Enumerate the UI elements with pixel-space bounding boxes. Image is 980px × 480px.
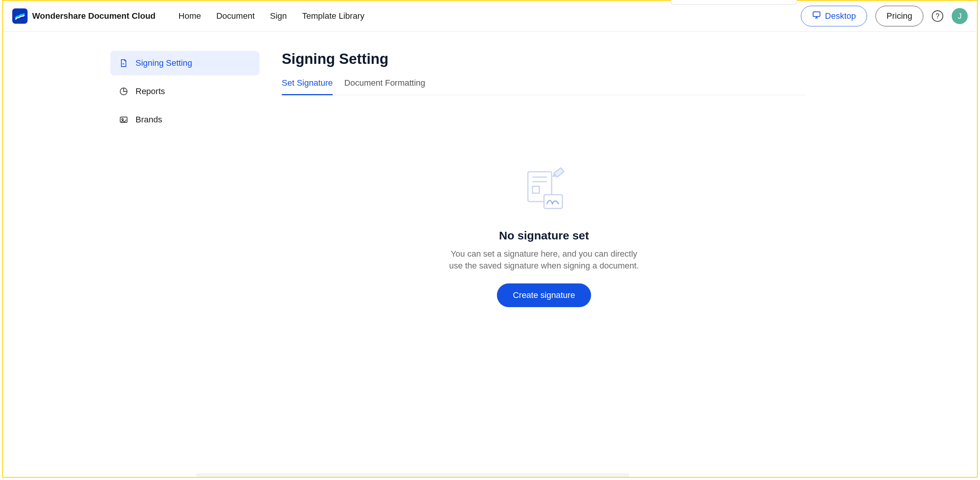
tab-document-formatting[interactable]: Document Formatting bbox=[344, 78, 425, 95]
sidebar-item-signing-setting[interactable]: Signing Setting bbox=[110, 51, 260, 75]
sidebar-item-reports[interactable]: Reports bbox=[110, 79, 260, 104]
app-body: Signing Setting Reports bbox=[3, 32, 977, 477]
signature-icon bbox=[119, 58, 129, 68]
brand[interactable]: Wondershare Document Cloud bbox=[12, 8, 155, 24]
nav-item-template-library[interactable]: Template Library bbox=[302, 11, 364, 21]
desktop-button-label: Desktop bbox=[825, 11, 856, 21]
sidebar-item-brands[interactable]: Brands bbox=[110, 107, 260, 132]
nav-item-document[interactable]: Document bbox=[216, 11, 255, 21]
empty-state: No signature set You can set a signature… bbox=[282, 164, 806, 307]
main-nav: Home Document Sign Template Library bbox=[178, 11, 364, 21]
sidebar-item-label: Signing Setting bbox=[136, 58, 192, 68]
empty-state-description: You can set a signature here, and you ca… bbox=[444, 248, 644, 272]
avatar[interactable]: J bbox=[952, 8, 968, 24]
pricing-button-label: Pricing bbox=[887, 11, 912, 21]
brand-logo-icon bbox=[12, 8, 28, 24]
settings-sidebar: Signing Setting Reports bbox=[3, 51, 282, 477]
bottom-bar-stub bbox=[196, 473, 629, 477]
monitor-icon bbox=[812, 10, 821, 22]
reports-icon bbox=[119, 86, 129, 96]
header-actions: Desktop Pricing ? J bbox=[801, 6, 968, 26]
sidebar-item-label: Reports bbox=[136, 86, 165, 96]
help-icon[interactable]: ? bbox=[932, 10, 943, 22]
empty-state-title: No signature set bbox=[499, 229, 589, 242]
svg-point-5 bbox=[122, 119, 123, 120]
empty-signature-illustration-icon bbox=[517, 164, 571, 218]
app-header: Wondershare Document Cloud Home Document… bbox=[3, 1, 977, 32]
svg-rect-0 bbox=[813, 12, 820, 16]
pricing-button[interactable]: Pricing bbox=[875, 6, 923, 26]
avatar-initial: J bbox=[958, 12, 962, 21]
create-signature-button[interactable]: Create signature bbox=[497, 283, 591, 307]
brands-icon bbox=[119, 115, 129, 125]
tab-set-signature[interactable]: Set Signature bbox=[282, 78, 333, 95]
page-title: Signing Setting bbox=[282, 51, 962, 67]
tab-bar: Set Signature Document Formatting bbox=[282, 78, 806, 95]
nav-item-sign[interactable]: Sign bbox=[270, 11, 287, 21]
brand-name: Wondershare Document Cloud bbox=[32, 11, 155, 21]
desktop-button[interactable]: Desktop bbox=[801, 6, 867, 26]
nav-item-home[interactable]: Home bbox=[178, 11, 201, 21]
sidebar-item-label: Brands bbox=[136, 115, 162, 125]
main-content: Signing Setting Set Signature Document F… bbox=[282, 51, 977, 477]
